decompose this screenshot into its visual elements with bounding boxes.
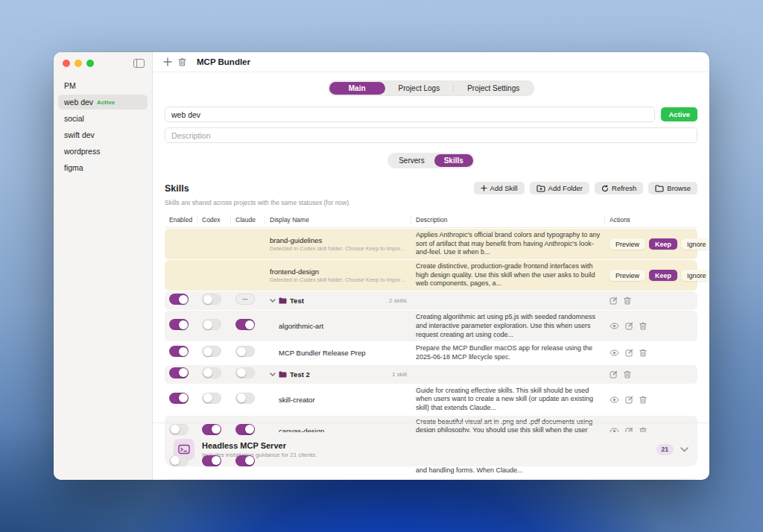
trash-icon[interactable] — [624, 370, 631, 379]
active-status-button[interactable]: Active — [661, 107, 697, 121]
name-block: skill-creator — [279, 396, 407, 404]
zoom-window-button[interactable] — [86, 60, 94, 67]
trash-icon[interactable] — [639, 396, 647, 404]
chevron-down-icon[interactable] — [270, 373, 276, 376]
minimize-window-button[interactable] — [75, 60, 82, 67]
table-row: Test 21 skill — [165, 365, 697, 384]
button-label: Add Skill — [490, 184, 518, 192]
preview-button[interactable]: Preview — [610, 238, 645, 250]
eye-icon[interactable] — [610, 396, 619, 403]
toggle-cell — [231, 291, 265, 310]
claude-toggle[interactable] — [235, 319, 255, 330]
add-folder-button[interactable]: Add Folder — [530, 182, 589, 194]
actions-cell — [605, 393, 697, 406]
skill-name: algorithmic-art — [279, 322, 407, 330]
codex-toggle[interactable] — [202, 294, 221, 305]
claude-toggle[interactable] — [235, 346, 255, 357]
sidebar-item-wordpress[interactable]: wordpress — [58, 144, 148, 159]
sidebar-toggle-icon[interactable] — [133, 59, 145, 68]
sidebar: PMweb devActivesocialswift devwordpressf… — [54, 52, 153, 480]
ignore-button[interactable]: Ignore — [681, 238, 709, 250]
enabled-toggle[interactable] — [169, 455, 189, 466]
claude-toggle[interactable] — [235, 455, 255, 466]
chevron-down-icon[interactable] — [680, 447, 688, 452]
trash-icon[interactable] — [639, 322, 647, 330]
enabled-toggle[interactable] — [169, 424, 189, 435]
codex-toggle[interactable] — [202, 367, 221, 379]
edit-icon[interactable] — [625, 349, 633, 357]
toggle-cell — [231, 390, 265, 409]
keep-button[interactable]: Keep — [649, 238, 677, 250]
edit-icon[interactable] — [625, 396, 633, 404]
codex-toggle[interactable] — [202, 393, 221, 404]
skills-table: EnabledCodexClaudeDisplay NameDescriptio… — [165, 212, 697, 422]
segment-skills[interactable]: Skills — [434, 154, 473, 167]
segment-servers[interactable]: Servers — [389, 154, 434, 167]
project-list: PMweb devActivesocialswift devwordpressf… — [54, 74, 152, 180]
description-cell — [411, 372, 605, 376]
toggle-cell — [197, 317, 231, 335]
sidebar-item-figma[interactable]: figma — [58, 160, 148, 175]
server-title: Headless MCP Server — [202, 441, 649, 450]
name-cell: brand-guidelinesDetected in Codex skill … — [265, 234, 411, 254]
eye-icon[interactable] — [610, 349, 619, 356]
claude-toggle[interactable] — [235, 294, 255, 305]
keep-button[interactable]: Keep — [649, 270, 677, 281]
claude-toggle[interactable] — [235, 367, 255, 379]
name-block: frontend-designDetected in Codex skill f… — [270, 267, 407, 283]
sidebar-item-social[interactable]: social — [58, 111, 148, 126]
description-cell: Create distinctive, production-grade fro… — [411, 260, 605, 291]
enabled-toggle[interactable] — [169, 393, 189, 404]
codex-toggle[interactable] — [202, 319, 221, 330]
sidebar-item-PM[interactable]: PM — [58, 78, 148, 93]
name-cell: MCP Bundler Release Prep — [265, 346, 411, 359]
codex-toggle[interactable] — [202, 455, 221, 466]
folder-icon — [279, 297, 287, 304]
tab-main[interactable]: Main — [329, 82, 385, 95]
sidebar-item-web-dev[interactable]: web devActive — [58, 95, 148, 110]
delete-project-button[interactable] — [178, 57, 186, 66]
name-cell: Test2 skills — [265, 294, 411, 307]
traffic-lights — [63, 60, 94, 67]
desktop-wallpaper: PMweb devActivesocialswift devwordpressf… — [0, 0, 763, 532]
sidebar-item-swift-dev[interactable]: swift dev — [58, 127, 148, 142]
skills-header: Skills Add SkillAdd FolderRefreshBrowse — [165, 182, 697, 194]
tab-project-logs[interactable]: Project Logs — [385, 82, 454, 95]
table-row: skill-creatorGuide for creating effectiv… — [165, 384, 697, 415]
trash-icon[interactable] — [624, 297, 631, 305]
refresh-button[interactable]: Refresh — [595, 182, 643, 194]
edit-icon[interactable] — [610, 297, 618, 305]
chevron-down-icon[interactable] — [270, 299, 276, 303]
enabled-toggle[interactable] — [169, 367, 189, 379]
enabled-toggle[interactable] — [169, 294, 189, 305]
add-skill-button[interactable]: Add Skill — [474, 182, 525, 194]
enabled-toggle[interactable] — [169, 346, 189, 357]
toggle-cell — [165, 390, 197, 409]
codex-toggle[interactable] — [202, 424, 221, 435]
preview-button[interactable]: Preview — [610, 270, 645, 281]
enabled-toggle[interactable] — [169, 319, 189, 330]
ignore-button[interactable]: Ignore — [681, 270, 709, 281]
codex-toggle[interactable] — [202, 346, 221, 357]
edit-icon[interactable] — [610, 370, 618, 379]
name-cell: algorithmic-art — [265, 320, 411, 332]
browse-button[interactable]: Browse — [648, 182, 697, 194]
trash-icon[interactable] — [639, 349, 647, 357]
project-name-input[interactable]: web dev — [165, 107, 655, 122]
tab-project-settings[interactable]: Project Settings — [454, 82, 533, 95]
claude-toggle[interactable] — [235, 424, 255, 435]
folder-plus-icon — [536, 185, 545, 192]
add-project-button[interactable] — [163, 57, 172, 66]
toggle-cell — [165, 273, 197, 278]
description-cell: Creating algorithmic art using p5.js wit… — [411, 311, 605, 341]
toolbar: MCP Bundler — [153, 52, 709, 72]
claude-toggle[interactable] — [235, 393, 255, 404]
edit-icon[interactable] — [625, 322, 633, 330]
folder-name: Test — [290, 297, 304, 305]
eye-icon[interactable] — [610, 323, 619, 329]
folder-skill-count: 2 skills — [389, 297, 407, 304]
project-description-input[interactable]: Description — [165, 127, 697, 143]
close-window-button[interactable] — [63, 60, 70, 67]
name-cell: skill-creator — [265, 393, 411, 406]
table-row: algorithmic-artCreating algorithmic art … — [165, 311, 697, 341]
